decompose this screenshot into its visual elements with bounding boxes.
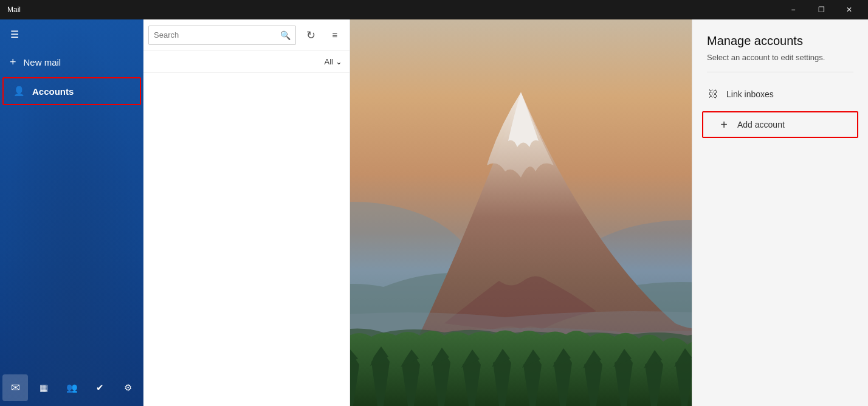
all-filter-button[interactable]: All ⌄: [325, 57, 342, 66]
add-account-label: Add account: [737, 120, 785, 129]
message-list: [143, 73, 350, 406]
hamburger-icon: ☰: [10, 29, 19, 40]
tasks-icon: ✔: [96, 382, 104, 393]
calendar-nav-button[interactable]: ▦: [30, 374, 56, 401]
tasks-nav-button[interactable]: ✔: [87, 374, 112, 401]
manage-accounts-subtitle: Select an account to edit settings.: [692, 53, 868, 72]
chevron-down-icon: ⌄: [336, 57, 342, 66]
sidebar-spacer: [0, 106, 143, 370]
refresh-button[interactable]: ↻: [301, 26, 320, 45]
filter-options-button[interactable]: ≡: [325, 26, 345, 45]
all-filter-label: All: [325, 57, 333, 66]
contacts-icon: 👥: [66, 382, 78, 393]
add-account-plus-icon: +: [718, 119, 730, 131]
settings-icon: ⚙: [124, 382, 132, 393]
close-button[interactable]: ✕: [835, 0, 863, 19]
plus-icon: +: [10, 56, 16, 69]
refresh-icon: ↻: [306, 29, 315, 42]
calendar-icon: ▦: [40, 382, 48, 393]
sidebar-content: ☰ + New mail 👤 Accounts ✉ ▦ 👥: [0, 19, 143, 406]
minimize-button[interactable]: −: [779, 0, 807, 19]
accounts-button[interactable]: 👤 Accounts: [2, 77, 141, 105]
contacts-nav-button[interactable]: 👥: [59, 374, 84, 401]
mountain-illustration: [350, 19, 692, 406]
divider: [707, 72, 853, 72]
restore-button[interactable]: ❐: [807, 0, 835, 19]
toolbar: 🔍 ↻ ≡: [143, 19, 350, 51]
mountain-background: [350, 19, 692, 406]
link-inboxes-button[interactable]: ⛓ Link inboxes: [692, 82, 868, 106]
link-inboxes-icon: ⛓: [707, 88, 719, 100]
accounts-label: Accounts: [32, 86, 74, 97]
sidebar-bottom-nav: ✉ ▦ 👥 ✔ ⚙: [0, 370, 143, 406]
app-title: Mail: [5, 5, 21, 14]
new-mail-button[interactable]: + New mail: [0, 49, 143, 76]
mail-icon: ✉: [11, 381, 20, 394]
titlebar: Mail − ❐ ✕: [0, 0, 868, 19]
main-content: [350, 19, 692, 406]
manage-accounts-title: Manage accounts: [692, 19, 868, 53]
new-mail-label: New mail: [24, 57, 61, 67]
filter-bar: All ⌄: [143, 51, 350, 73]
middle-panel: 🔍 ↻ ≡ All ⌄: [143, 19, 350, 406]
filter-options-icon: ≡: [332, 30, 338, 40]
window-controls: − ❐ ✕: [779, 0, 863, 19]
hamburger-button[interactable]: ☰: [0, 19, 29, 49]
app-container: ☰ + New mail 👤 Accounts ✉ ▦ 👥: [0, 19, 868, 406]
add-account-button[interactable]: + Add account: [702, 111, 858, 138]
search-input[interactable]: [154, 30, 275, 40]
sidebar: ☰ + New mail 👤 Accounts ✉ ▦ 👥: [0, 19, 143, 406]
person-icon: 👤: [13, 86, 25, 97]
manage-accounts-panel: Manage accounts Select an account to edi…: [692, 19, 868, 406]
search-box[interactable]: 🔍: [148, 26, 296, 45]
link-inboxes-label: Link inboxes: [726, 89, 774, 99]
settings-nav-button[interactable]: ⚙: [115, 374, 141, 401]
search-icon: 🔍: [280, 30, 291, 40]
mail-nav-button[interactable]: ✉: [2, 374, 28, 401]
